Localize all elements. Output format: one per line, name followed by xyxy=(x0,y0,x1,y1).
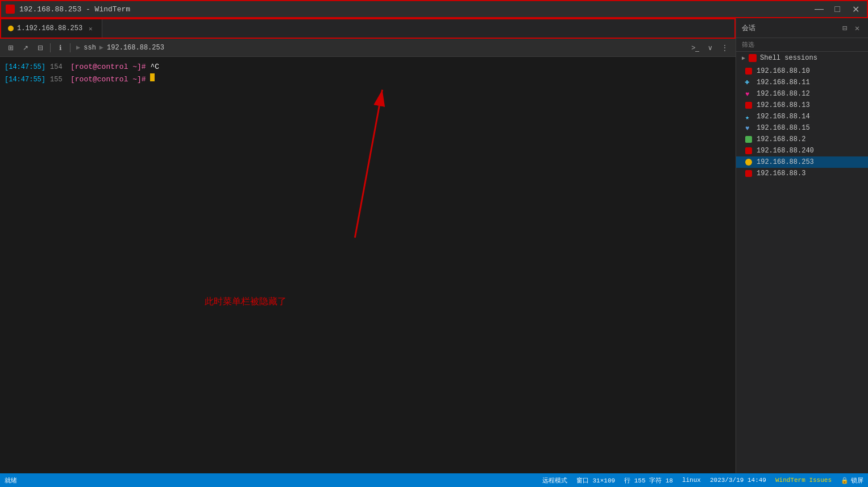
item-label: 192.168.88.253 xyxy=(757,158,814,166)
toolbar-expand-btn[interactable]: ∨ xyxy=(704,42,716,54)
item-label: 192.168.88.13 xyxy=(757,101,810,109)
status-mode: 远程模式 xyxy=(542,476,567,485)
item-label: 192.168.88.12 xyxy=(757,90,810,98)
sidebar-item-8[interactable]: 192.168.88.253 xyxy=(736,156,868,168)
sidebar-item-6[interactable]: 192.168.88.2 xyxy=(736,134,868,145)
line-time-1: [14:47:55] xyxy=(5,75,45,85)
title-bar: 192.168.88.253 - WindTerm — □ ✕ xyxy=(0,0,868,18)
title-controls: — □ ✕ xyxy=(812,2,862,16)
tab-label: 1.192.168.88.253 xyxy=(17,24,82,32)
item-dot-icon xyxy=(745,68,752,75)
sidebar-section-expand-icon: ▶ xyxy=(742,55,745,61)
tab-close-button[interactable]: ✕ xyxy=(86,24,95,33)
lock-icon: 🔒 xyxy=(841,477,849,484)
toolbar-split-btn[interactable]: ⊞ xyxy=(5,42,17,54)
toolbar: ⊞ ↗ ⊟ ℹ ▶ ssh ▶ 192.168.88.253 >_ ∨ ⋮ xyxy=(0,39,736,57)
sidebar-item-0[interactable]: 192.168.88.10 xyxy=(736,65,868,77)
breadcrumb-ssh: ssh xyxy=(84,44,96,52)
terminal-cursor xyxy=(150,73,155,81)
maximize-button[interactable]: □ xyxy=(830,2,844,16)
item-dot-icon xyxy=(745,136,752,143)
status-date: 2023/3/19 14:49 xyxy=(710,477,766,484)
toolbar-more-btn[interactable]: ⋮ xyxy=(719,42,731,54)
app-icon xyxy=(6,5,15,14)
line-prompt-0: [root@control ~]# xyxy=(70,61,146,73)
item-dot-icon xyxy=(745,102,752,109)
item-dot-icon xyxy=(745,159,752,166)
svg-line-1 xyxy=(355,90,382,238)
terminal-line-1: [14:47:55] 155 [root@control ~]# xyxy=(5,73,731,86)
item-label: 192.168.88.14 xyxy=(757,113,810,121)
title-bar-left: 192.168.88.253 - WindTerm xyxy=(6,5,130,14)
sidebar: 会话 ⊟ ✕ 筛选 ▶ Shell sessions 192.168.88.10… xyxy=(736,18,868,473)
main-layout: 1.192.168.88.253 ✕ ⊞ ↗ ⊟ ℹ ▶ ssh ▶ 192.1… xyxy=(0,18,868,473)
item-label: 192.168.88.240 xyxy=(757,147,814,155)
toolbar-sep-2 xyxy=(70,43,70,52)
line-prompt-1: [root@control ~]# xyxy=(70,74,146,86)
line-cmd-1 xyxy=(146,74,151,86)
sidebar-header-btns: ⊟ ✕ xyxy=(840,23,862,33)
toolbar-sep-1 xyxy=(50,43,51,52)
minimize-button[interactable]: — xyxy=(812,2,826,16)
item-label: 192.168.88.11 xyxy=(757,79,810,86)
item-dot-icon xyxy=(745,170,752,177)
status-ready: 就绪 xyxy=(5,476,17,485)
tab-0[interactable]: 1.192.168.88.253 ✕ xyxy=(1,19,102,38)
item-dot-icon: ★ xyxy=(745,113,752,120)
toolbar-popup-btn[interactable]: ↗ xyxy=(19,42,32,54)
status-bar: 就绪 远程模式 窗口 31×109 行 155 字符 18 linux 2023… xyxy=(0,473,868,487)
toolbar-run-btn[interactable]: >_ xyxy=(689,42,701,54)
breadcrumb-host: 192.168.88.253 xyxy=(107,44,164,52)
toolbar-detach-btn[interactable]: ⊟ xyxy=(34,42,47,54)
sidebar-item-1[interactable]: ✚192.168.88.11 xyxy=(736,77,868,88)
sidebar-header: 会话 ⊟ ✕ xyxy=(736,18,868,38)
line-cmd-0: ^C xyxy=(146,61,159,73)
item-dot-icon: ♥ xyxy=(745,125,752,131)
window-title: 192.168.88.253 - WindTerm xyxy=(19,5,130,14)
line-num-1: 155 xyxy=(50,75,66,85)
item-label: 192.168.88.3 xyxy=(757,170,805,178)
terminal-line-0: [14:47:55] 154 [root@control ~]# ^C xyxy=(5,61,731,73)
tab-dot xyxy=(8,26,14,31)
toolbar-right: >_ ∨ ⋮ xyxy=(689,42,731,54)
line-num-0: 154 xyxy=(50,62,66,73)
annotation-text: 此时菜单栏被隐藏了 xyxy=(205,296,286,308)
terminal-area: 1.192.168.88.253 ✕ ⊞ ↗ ⊟ ℹ ▶ ssh ▶ 192.1… xyxy=(0,18,736,473)
sidebar-filter: 筛选 xyxy=(736,38,868,52)
lock-label: 锁屏 xyxy=(851,476,863,485)
sidebar-section-shell[interactable]: ▶ Shell sessions xyxy=(736,52,868,64)
line-time-0: [14:47:55] xyxy=(5,62,45,73)
sidebar-section-label: Shell sessions xyxy=(760,54,817,62)
sidebar-item-3[interactable]: 192.168.88.13 xyxy=(736,100,868,111)
sidebar-item-9[interactable]: 192.168.88.3 xyxy=(736,168,868,179)
sidebar-item-5[interactable]: ♥192.168.88.15 xyxy=(736,122,868,134)
toolbar-breadcrumb: ▶ ssh ▶ 192.168.88.253 xyxy=(76,43,164,52)
status-lock: 🔒 锁屏 xyxy=(841,476,863,485)
sidebar-item-7[interactable]: 192.168.88.240 xyxy=(736,145,868,156)
status-issues-link[interactable]: WindTerm Issues xyxy=(775,477,832,484)
breadcrumb-arrow: ▶ xyxy=(76,43,80,52)
status-position: 行 155 字符 18 xyxy=(624,476,673,485)
item-dot-icon: ♥ xyxy=(745,90,752,97)
sidebar-title: 会话 xyxy=(742,23,755,33)
item-label: 192.168.88.10 xyxy=(757,67,810,75)
sidebar-expand-btn[interactable]: ⊟ xyxy=(840,23,850,33)
tab-bar: 1.192.168.88.253 ✕ xyxy=(0,18,736,39)
status-window: 窗口 31×109 xyxy=(576,476,615,485)
annotation-arrow xyxy=(0,57,736,473)
sidebar-items: 192.168.88.10✚192.168.88.11♥192.168.88.1… xyxy=(736,64,868,473)
item-dot-icon xyxy=(745,147,752,154)
breadcrumb-arrow-2: ▶ xyxy=(99,43,103,52)
item-label: 192.168.88.2 xyxy=(757,135,805,143)
sidebar-item-2[interactable]: ♥192.168.88.12 xyxy=(736,88,868,100)
toolbar-info-btn[interactable]: ℹ xyxy=(54,42,67,54)
item-dot-icon: ✚ xyxy=(745,79,752,86)
sidebar-close-btn[interactable]: ✕ xyxy=(852,23,862,33)
item-label: 192.168.88.15 xyxy=(757,124,810,132)
terminal-content[interactable]: [14:47:55] 154 [root@control ~]# ^C [14:… xyxy=(0,57,736,473)
sidebar-item-4[interactable]: ★192.168.88.14 xyxy=(736,111,868,122)
status-os: linux xyxy=(682,477,701,484)
close-button[interactable]: ✕ xyxy=(849,2,862,16)
shell-sessions-icon xyxy=(749,54,757,62)
